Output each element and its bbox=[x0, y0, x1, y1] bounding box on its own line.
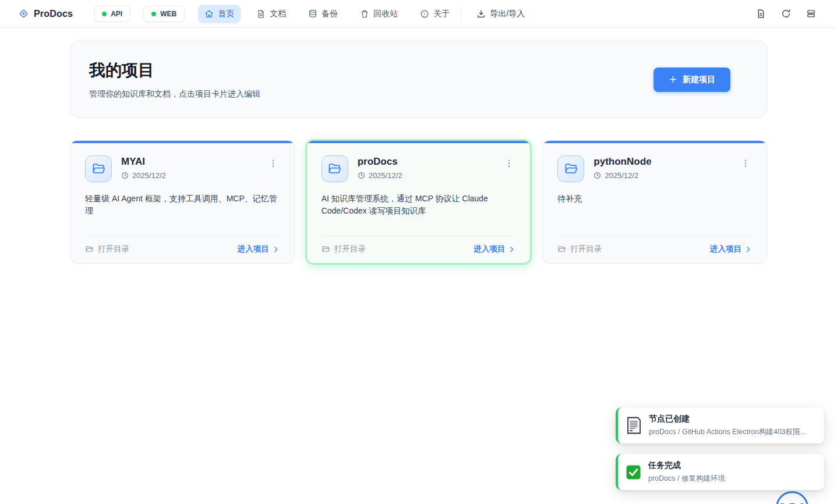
tab-about[interactable]: 关于 bbox=[414, 5, 456, 23]
refresh-icon[interactable] bbox=[780, 8, 792, 20]
clock-icon bbox=[121, 172, 129, 179]
kebab-menu-icon[interactable] bbox=[503, 157, 515, 171]
status-badges: API WEB bbox=[94, 6, 185, 22]
app-logo: ProDocs bbox=[19, 9, 73, 19]
folder-open-icon bbox=[322, 155, 348, 182]
kebab-menu-icon[interactable] bbox=[267, 157, 280, 171]
green-dot-icon bbox=[151, 12, 156, 16]
project-name: MYAI bbox=[121, 156, 166, 168]
page-icon bbox=[626, 417, 641, 434]
enter-project-label: 进入项目 bbox=[710, 244, 741, 254]
export-import-label: 导出/导入 bbox=[490, 9, 525, 19]
project-card-prodocs[interactable]: proDocs 2025/12/2 bbox=[306, 140, 531, 264]
plus-icon bbox=[669, 75, 677, 84]
chevron-right-icon bbox=[272, 246, 280, 253]
tab-home[interactable]: 首页 bbox=[198, 5, 241, 23]
folder-icon bbox=[322, 245, 330, 254]
web-status-badge[interactable]: WEB bbox=[143, 6, 185, 22]
rows-icon[interactable] bbox=[805, 8, 817, 20]
project-name: proDocs bbox=[358, 156, 402, 168]
info-icon bbox=[420, 9, 429, 19]
folder-open-icon bbox=[557, 155, 584, 182]
main-content: 我的项目 管理你的知识库和文档，点击项目卡片进入编辑 新建项目 bbox=[70, 41, 767, 264]
enter-project-button[interactable]: 进入项目 bbox=[474, 244, 515, 254]
tab-recycle-bin[interactable]: 回收站 bbox=[354, 5, 404, 23]
api-status-badge[interactable]: API bbox=[94, 6, 130, 22]
tab-docs[interactable]: 文档 bbox=[250, 5, 292, 23]
tab-recycle-bin-label: 回收站 bbox=[373, 9, 398, 19]
projects-grid: MYAI 2025/12/2 bbox=[70, 140, 767, 264]
navbar-right-actions bbox=[755, 8, 817, 20]
diamond-icon bbox=[19, 9, 29, 19]
nav-tabs: 首页 文档 备份 回收站 bbox=[198, 5, 456, 23]
project-card-myai[interactable]: MYAI 2025/12/2 bbox=[70, 140, 295, 264]
open-directory-button[interactable]: 打开目录 bbox=[557, 244, 602, 254]
toast-node-created: 节点已创建 proDocs / GitHub Actions Electron构… bbox=[616, 407, 824, 443]
new-project-button[interactable]: 新建项目 bbox=[654, 68, 730, 92]
project-name: pythonNode bbox=[594, 156, 651, 168]
project-description: 轻量级 AI Agent 框架，支持工具调用、MCP、记忆管理 bbox=[85, 193, 280, 236]
home-icon bbox=[204, 9, 214, 19]
project-description: 待补充 bbox=[557, 193, 752, 236]
app-title: ProDocs bbox=[34, 9, 73, 19]
tab-backup-label: 备份 bbox=[322, 9, 338, 19]
folder-open-icon bbox=[85, 155, 112, 182]
clock-icon bbox=[594, 172, 601, 179]
toast-title: 节点已创建 bbox=[649, 414, 806, 424]
open-directory-button[interactable]: 打开目录 bbox=[85, 244, 129, 254]
toast-message: proDocs / 修复构建环境 bbox=[648, 474, 725, 484]
tab-about-label: 关于 bbox=[433, 9, 450, 19]
tab-backup[interactable]: 备份 bbox=[302, 5, 344, 23]
check-square-icon bbox=[626, 465, 641, 480]
nav-separator bbox=[461, 7, 461, 21]
navbar: ProDocs API WEB 首页 文档 bbox=[0, 0, 837, 28]
document-icon bbox=[256, 9, 266, 19]
file-icon[interactable] bbox=[755, 8, 767, 20]
folder-icon bbox=[557, 245, 566, 254]
project-date: 2025/12/2 bbox=[605, 171, 638, 180]
project-description: AI 知识库管理系统，通过 MCP 协议让 Claude Code/Codex … bbox=[322, 193, 516, 236]
export-import-button[interactable]: 导出/导入 bbox=[471, 5, 531, 23]
kebab-menu-icon[interactable] bbox=[739, 157, 752, 171]
tab-home-label: 首页 bbox=[218, 9, 234, 19]
web-badge-label: WEB bbox=[160, 10, 176, 18]
project-date: 2025/12/2 bbox=[132, 171, 166, 180]
project-card-pythonnode[interactable]: pythonNode 2025/12/2 bbox=[542, 140, 767, 264]
page-header-card: 我的项目 管理你的知识库和文档，点击项目卡片进入编辑 新建项目 bbox=[70, 41, 767, 118]
page-subtitle: 管理你的知识库和文档，点击项目卡片进入编辑 bbox=[89, 89, 260, 100]
clock-icon bbox=[358, 172, 365, 179]
open-directory-label: 打开目录 bbox=[570, 244, 602, 254]
trash-icon bbox=[360, 9, 369, 19]
toast-stack: 节点已创建 proDocs / GitHub Actions Electron构… bbox=[616, 407, 824, 490]
chevron-right-icon bbox=[508, 246, 515, 253]
download-icon bbox=[476, 9, 486, 19]
robot-icon bbox=[778, 493, 807, 504]
toast-task-complete: 任务完成 proDocs / 修复构建环境 bbox=[616, 454, 824, 490]
enter-project-button[interactable]: 进入项目 bbox=[238, 244, 280, 254]
folder-icon bbox=[85, 245, 94, 254]
toast-title: 任务完成 bbox=[648, 460, 725, 471]
open-directory-label: 打开目录 bbox=[334, 244, 366, 254]
enter-project-label: 进入项目 bbox=[238, 244, 269, 254]
open-directory-label: 打开目录 bbox=[98, 244, 129, 254]
project-date: 2025/12/2 bbox=[369, 171, 402, 180]
enter-project-label: 进入项目 bbox=[474, 244, 505, 254]
database-icon bbox=[308, 9, 317, 19]
assistant-robot-avatar[interactable] bbox=[776, 491, 808, 504]
open-directory-button[interactable]: 打开目录 bbox=[322, 244, 366, 254]
green-dot-icon bbox=[102, 12, 107, 16]
toast-message: proDocs / GitHub Actions Electron构建403权限… bbox=[649, 427, 806, 437]
tab-docs-label: 文档 bbox=[270, 9, 286, 19]
new-project-label: 新建项目 bbox=[683, 74, 715, 85]
page-title: 我的项目 bbox=[89, 59, 260, 81]
chevron-right-icon bbox=[744, 246, 752, 253]
enter-project-button[interactable]: 进入项目 bbox=[710, 244, 752, 254]
api-badge-label: API bbox=[111, 10, 122, 18]
